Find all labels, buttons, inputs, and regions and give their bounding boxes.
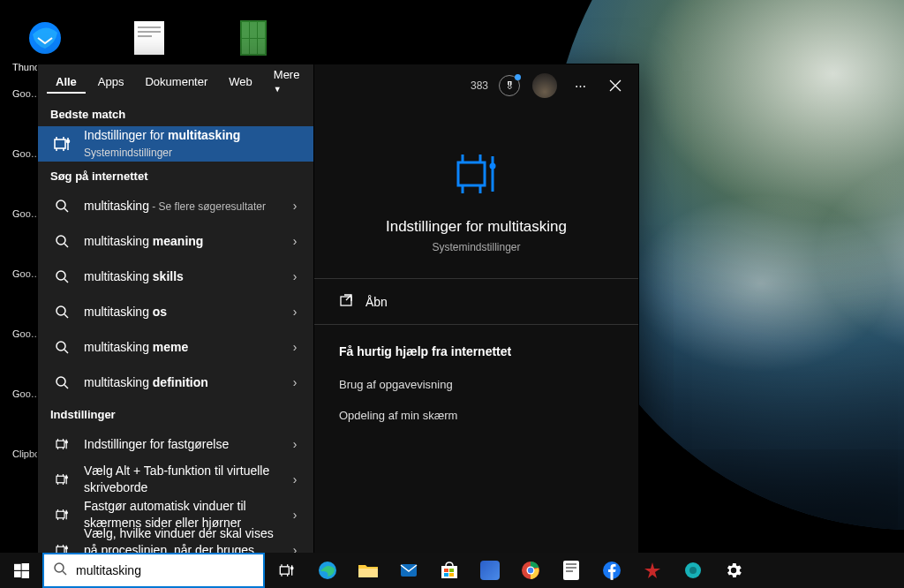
- help-link-snap-screen[interactable]: Opdeling af min skærm: [314, 400, 638, 431]
- chevron-right-icon: ›: [287, 543, 303, 553]
- svg-line-19: [64, 385, 68, 388]
- svg-point-8: [56, 200, 65, 209]
- settings-result-virtual-taskbar[interactable]: Vælg, hvilke vinduer der skal vises på p…: [38, 532, 313, 553]
- search-icon: [50, 269, 73, 283]
- svg-point-16: [56, 342, 65, 351]
- app-ms-store[interactable]: [429, 553, 470, 588]
- svg-point-7: [67, 140, 70, 143]
- detail-title: Indstillinger for multitasking: [335, 218, 617, 236]
- section-settings: Indstillinger: [38, 400, 313, 426]
- open-icon: [339, 293, 353, 310]
- web-result-meme[interactable]: multitasking meme ›: [38, 329, 313, 365]
- svg-rect-76: [444, 569, 448, 572]
- search-icon: [50, 199, 73, 213]
- section-search-web: Søg på internettet: [38, 162, 313, 188]
- tab-all[interactable]: Alle: [47, 72, 86, 94]
- svg-point-14: [56, 306, 65, 315]
- best-match-result[interactable]: Indstillinger for multitasking Systemind…: [38, 126, 313, 162]
- svg-rect-1: [55, 139, 65, 148]
- help-link-task-view[interactable]: Brug af opgavevisning: [314, 369, 638, 400]
- svg-point-33: [65, 477, 67, 479]
- web-result-skills[interactable]: multitasking skills ›: [38, 259, 313, 294]
- web-result-definition[interactable]: multitasking definition ›: [38, 365, 313, 400]
- web-result-base[interactable]: multitasking - Se flere søgeresultater ›: [38, 188, 313, 223]
- close-button[interactable]: [601, 72, 629, 100]
- svg-line-9: [64, 208, 68, 212]
- svg-rect-62: [21, 571, 28, 578]
- app-facebook[interactable]: [591, 553, 632, 588]
- svg-rect-41: [56, 547, 64, 553]
- svg-rect-65: [280, 567, 289, 574]
- app-document[interactable]: [551, 553, 591, 588]
- chevron-right-icon: ›: [287, 234, 303, 248]
- search-icon: [50, 340, 73, 354]
- chevron-right-icon: ›: [287, 508, 303, 522]
- open-action[interactable]: Åbn: [314, 279, 638, 325]
- svg-point-47: [65, 547, 67, 549]
- taskbar-search-box[interactable]: [42, 553, 265, 588]
- chevron-right-icon: ›: [287, 269, 303, 283]
- settings-result-alttab[interactable]: Vælg Alt + Tab-funktion til virtuelle sk…: [38, 462, 313, 497]
- rewards-count: 383: [471, 79, 488, 92]
- chevron-right-icon: ›: [287, 437, 303, 451]
- svg-line-64: [63, 571, 66, 575]
- chevron-right-icon: ›: [287, 472, 303, 486]
- task-view-button[interactable]: [265, 553, 307, 588]
- multitasking-settings-icon: [50, 507, 73, 523]
- svg-rect-74: [401, 564, 417, 577]
- app-settings[interactable]: [713, 553, 754, 588]
- tab-web[interactable]: Web: [220, 72, 261, 94]
- more-options-button[interactable]: ⋯: [566, 72, 594, 100]
- search-header-right: 383 🎖 ⋯: [314, 64, 638, 107]
- multitasking-settings-icon: [448, 146, 505, 202]
- tab-apps[interactable]: Apps: [89, 72, 133, 94]
- svg-point-18: [56, 377, 65, 386]
- search-results-column: Alle Apps Dokumenter Web Mere ▼ Bedste m…: [38, 64, 313, 553]
- svg-line-58: [346, 295, 351, 300]
- svg-rect-73: [358, 569, 378, 577]
- app-edge[interactable]: [307, 553, 348, 588]
- start-button[interactable]: [0, 553, 42, 588]
- search-input[interactable]: [76, 563, 161, 577]
- svg-marker-84: [644, 562, 660, 578]
- svg-point-63: [55, 563, 64, 572]
- taskbar-apps: [307, 553, 754, 588]
- svg-rect-57: [341, 297, 351, 305]
- svg-rect-59: [14, 563, 21, 569]
- open-label: Åbn: [365, 295, 388, 309]
- web-result-os[interactable]: multitasking os ›: [38, 294, 313, 329]
- search-icon: [50, 305, 73, 319]
- svg-rect-27: [56, 476, 64, 483]
- svg-line-13: [64, 279, 68, 283]
- search-icon: [50, 234, 73, 248]
- app-red-star[interactable]: [632, 553, 673, 588]
- app-generic-blue[interactable]: [470, 553, 510, 588]
- app-teal-circle[interactable]: [673, 553, 713, 588]
- settings-result-snap[interactable]: Indstillinger for fastgørelse ›: [38, 426, 313, 462]
- tab-more[interactable]: Mere ▼: [265, 64, 309, 100]
- search-icon: [50, 375, 73, 389]
- svg-rect-61: [14, 571, 21, 577]
- detail-actions: Åbn: [314, 278, 638, 325]
- tab-documents[interactable]: Dokumenter: [136, 72, 216, 94]
- app-mail[interactable]: [388, 553, 429, 588]
- svg-point-82: [528, 568, 533, 573]
- svg-point-56: [489, 163, 495, 170]
- web-result-meaning[interactable]: multitasking meaning ›: [38, 223, 313, 259]
- svg-line-15: [64, 314, 68, 318]
- svg-line-17: [64, 350, 68, 353]
- rewards-button[interactable]: 🎖: [495, 72, 524, 100]
- app-chrome[interactable]: [510, 553, 551, 588]
- windows-search-panel: Alle Apps Dokumenter Web Mere ▼ Bedste m…: [37, 64, 639, 553]
- svg-rect-60: [21, 563, 28, 570]
- svg-line-11: [64, 244, 68, 247]
- chevron-right-icon: ›: [287, 375, 303, 389]
- account-avatar[interactable]: [531, 72, 559, 100]
- multitasking-settings-icon: [50, 471, 73, 487]
- svg-point-26: [65, 441, 67, 443]
- svg-rect-77: [449, 569, 454, 572]
- svg-point-40: [65, 512, 67, 514]
- app-file-explorer[interactable]: [348, 553, 388, 588]
- chevron-right-icon: ›: [287, 340, 303, 354]
- taskbar: [0, 553, 904, 588]
